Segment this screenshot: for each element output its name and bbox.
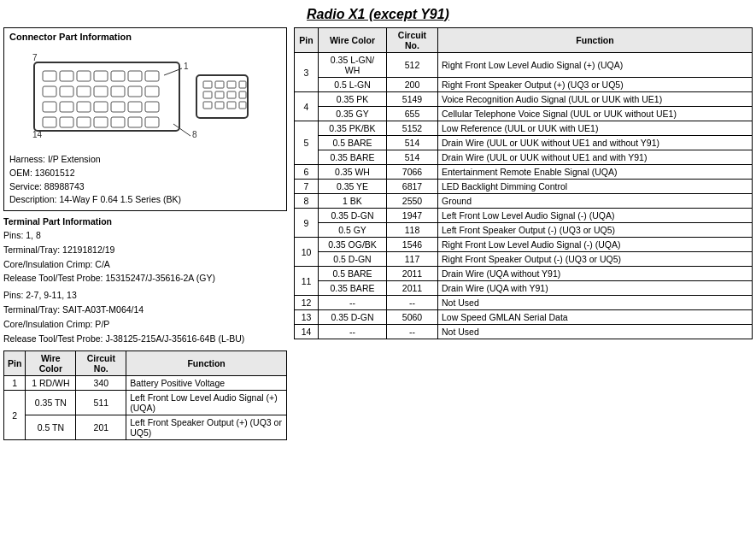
pin-cell: 9 <box>295 209 319 238</box>
pin-cell: 5 <box>295 121 319 165</box>
table-row: 2 0.35 TN 511 Left Front Low Level Audio… <box>4 391 287 415</box>
circuit-cell: 2011 <box>387 267 438 281</box>
col-header-circuit: Circuit No. <box>76 351 126 376</box>
circuit-cell: 5152 <box>387 121 438 136</box>
circuit-cell: 511 <box>76 391 126 415</box>
svg-rect-40 <box>203 91 212 98</box>
col-header-pin: Pin <box>4 351 26 376</box>
release-tool-1-8-line: Release Tool/Test Probe: 15315247/J-3561… <box>3 271 287 286</box>
page-title: Radio X1 (except Y91) <box>0 0 756 27</box>
terminal-tray-2-7-line: Terminal/Tray: SAIT-A03T-M064/14 <box>3 303 287 317</box>
svg-text:14: 14 <box>32 130 43 139</box>
pin-cell: 11 <box>295 267 319 296</box>
wire-cell: 0.35 WH <box>319 165 387 180</box>
core-crimp-2-7-line: Core/Insulation Crimp: P/P <box>3 317 287 332</box>
pin-cell: 14 <box>295 325 319 339</box>
table-row: 0.5 GY 118 Left Front Speaker Output (-)… <box>295 223 753 238</box>
table-row: 10 0.35 OG/BK 1546 Right Front Low Level… <box>295 238 753 252</box>
svg-rect-43 <box>239 91 246 98</box>
circuit-cell: 340 <box>76 376 126 391</box>
function-cell: Right Front Speaker Output (+) (UQ3 or U… <box>438 78 753 92</box>
table-row: 0.5 D-GN 117 Right Front Speaker Output … <box>295 252 753 267</box>
wire-cell: -- <box>319 296 387 310</box>
table-row: 1 1 RD/WH 340 Battery Positive Voltage <box>4 376 287 391</box>
service-line: Service: 88988743 <box>9 180 281 194</box>
col-header-wire: Wire Color <box>319 28 387 53</box>
function-cell: Not Used <box>438 325 753 339</box>
wire-cell: 0.5 TN <box>26 415 76 440</box>
harness-value: I/P Extension <box>48 154 101 164</box>
pins-1-8-line: Pins: 1, 8 <box>3 228 287 243</box>
svg-text:8: 8 <box>192 130 197 139</box>
svg-rect-25 <box>94 117 108 127</box>
wire-cell: 1 BK <box>319 194 387 209</box>
pin-cell: 7 <box>295 180 319 194</box>
function-cell: Not Used <box>438 296 753 310</box>
wire-cell: 0.5 L-GN <box>319 78 387 92</box>
function-cell: Ground <box>438 194 753 209</box>
svg-rect-20 <box>128 102 142 112</box>
function-cell: Right Front Low Level Audio Signal (+) (… <box>438 53 753 78</box>
svg-rect-18 <box>94 102 108 112</box>
circuit-cell: 514 <box>387 136 438 150</box>
circuit-cell: 7066 <box>387 165 438 180</box>
core-crimp-1-8-line: Core/Insulation Crimp: C/A <box>3 257 287 272</box>
pin-cell: 6 <box>295 165 319 180</box>
svg-rect-5 <box>111 71 125 81</box>
bottom-left-table: Pin Wire Color Circuit No. Function 1 1 … <box>3 350 287 440</box>
svg-rect-17 <box>77 102 91 112</box>
table-row: 0.5 L-GN 200 Right Front Speaker Output … <box>295 78 753 92</box>
service-label: Service: <box>9 181 42 191</box>
wire-cell: 0.5 BARE <box>319 136 387 150</box>
pins-2-7-line: Pins: 2-7, 9-11, 13 <box>3 288 287 303</box>
table-row: 11 0.5 BARE 2011 Drain Wire (UQA without… <box>295 267 753 281</box>
function-cell: Low Speed GMLAN Serial Data <box>438 310 753 325</box>
service-value: 88988743 <box>44 181 85 191</box>
svg-rect-22 <box>43 117 56 127</box>
function-cell: LED Backlight Dimming Control <box>438 180 753 194</box>
svg-rect-19 <box>111 102 125 112</box>
table-row: 0.35 GY 655 Cellular Telephone Voice Sig… <box>295 107 753 121</box>
description-value: 14-Way F 0.64 1.5 Series (BK) <box>59 194 181 204</box>
col-header-wire: Wire Color <box>26 351 76 376</box>
oem-label: OEM: <box>9 168 32 178</box>
table-row: 4 0.35 PK 5149 Voice Recognition Audio S… <box>295 92 753 107</box>
description-label: Description: <box>9 194 56 204</box>
terminal-tray-1-8-line: Terminal/Tray: 12191812/19 <box>3 243 287 257</box>
svg-rect-39 <box>239 81 246 88</box>
pin-cell: 1 <box>4 376 26 391</box>
circuit-cell: 117 <box>387 252 438 267</box>
svg-rect-37 <box>215 81 224 88</box>
function-cell: Voice Recognition Audio Signal (UUL or U… <box>438 92 753 107</box>
svg-rect-26 <box>111 117 125 127</box>
table-row: 0.5 BARE 514 Drain Wire (UUL or UUK with… <box>295 136 753 150</box>
svg-rect-44 <box>203 102 212 109</box>
circuit-cell: 1947 <box>387 209 438 223</box>
svg-rect-16 <box>60 102 73 112</box>
svg-rect-4 <box>94 71 108 81</box>
circuit-cell: 118 <box>387 223 438 238</box>
table-row: 7 0.35 YE 6817 LED Backlight Dimming Con… <box>295 180 753 194</box>
svg-rect-38 <box>227 81 236 88</box>
wire-cell: 0.35 PK/BK <box>319 121 387 136</box>
svg-rect-21 <box>145 102 159 112</box>
wire-cell: 0.35 OG/BK <box>319 238 387 252</box>
circuit-cell: 6817 <box>387 180 438 194</box>
circuit-cell: 655 <box>387 107 438 121</box>
circuit-cell: 201 <box>76 415 126 440</box>
left-panel: Connector Part Information <box>3 27 294 440</box>
function-cell: Cellular Telephone Voice Signal (UUL or … <box>438 107 753 121</box>
svg-rect-11 <box>94 86 108 97</box>
svg-rect-42 <box>227 91 236 98</box>
pin-cell: 10 <box>295 238 319 267</box>
pin-cell: 8 <box>295 194 319 209</box>
svg-rect-45 <box>215 102 224 109</box>
oem-line: OEM: 13601512 <box>9 167 281 180</box>
wire-cell: 0.35 PK <box>319 92 387 107</box>
function-cell: Left Front Speaker Output (-) (UQ3 or UQ… <box>438 223 753 238</box>
wire-cell: 0.35 D-GN <box>319 310 387 325</box>
svg-rect-15 <box>43 102 56 112</box>
wire-cell: 0.35 BARE <box>319 150 387 165</box>
wire-cell: 0.5 GY <box>319 223 387 238</box>
wire-cell: 0.35 YE <box>319 180 387 194</box>
